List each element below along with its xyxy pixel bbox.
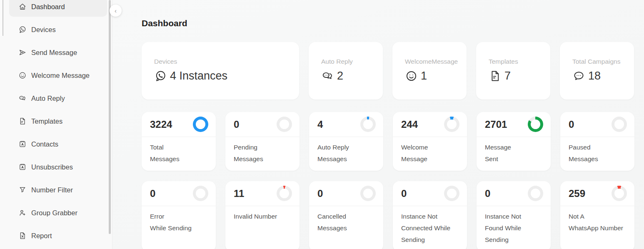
- stat-card-instance-not-connected-while-sending: 0Instance NotConnected WhileSending: [393, 181, 467, 249]
- whatsapp-icon: [154, 70, 167, 82]
- progress-ring: [528, 186, 543, 201]
- progress-ring: [612, 117, 627, 132]
- send-icon: [18, 48, 27, 57]
- stat-card-header: 244: [393, 112, 467, 137]
- sidebar-item-label: Unsubscribes: [31, 163, 73, 171]
- stat-card-label: PausedMessages: [560, 137, 634, 171]
- main-content: Dashboard Devices4 InstancesAuto Reply2W…: [112, 0, 644, 249]
- stat-card-total-messages: 3224TotalMessages: [142, 112, 216, 171]
- sidebar-item-templates[interactable]: Templates: [9, 111, 107, 131]
- stat-card-header: 0: [142, 181, 216, 206]
- summary-card-auto-reply: Auto Reply2: [309, 42, 383, 100]
- stat-card-value: 0: [401, 188, 407, 199]
- stat-card-label: Invalid Number: [225, 206, 300, 228]
- sidebar-item-number-filter[interactable]: Number Filter: [9, 180, 107, 200]
- summary-card-value: 1: [421, 70, 427, 82]
- summary-card-value: 7: [504, 70, 511, 82]
- stat-card-header: 2701: [477, 112, 551, 137]
- summary-card-value-row: 2: [321, 70, 373, 82]
- progress-ring: [277, 186, 292, 201]
- stat-card-label: MessageSent: [477, 137, 551, 171]
- sidebar-item-report[interactable]: Report: [9, 226, 107, 246]
- stat-card-value: 259: [569, 188, 585, 199]
- funnel-icon: [18, 186, 27, 194]
- sidebar-item-contacts[interactable]: Contacts: [9, 134, 107, 154]
- stat-card-not-a-whatsapp-number: 259Not AWhatsApp Number: [560, 181, 634, 249]
- summary-card-value-row: 7: [489, 70, 540, 82]
- sidebar-item-send-message[interactable]: Send Message: [9, 42, 107, 62]
- summary-card-templates: Templates7: [476, 42, 550, 100]
- stat-card-label: Not AWhatsApp Number: [560, 206, 634, 240]
- contact-book-icon: [18, 140, 27, 148]
- sidebar-item-label: Devices: [31, 26, 56, 34]
- stat-card-label: TotalMessages: [142, 137, 216, 171]
- chevron-left-icon: ‹: [115, 7, 117, 14]
- sidebar-item-auto-reply[interactable]: Auto Reply: [9, 88, 107, 108]
- summary-card-value-row: 1: [405, 70, 457, 82]
- summary-card-value-row: 4 Instances: [154, 70, 289, 82]
- stat-card-value: 11: [234, 188, 244, 199]
- contact-book-icon: [18, 163, 27, 171]
- sidebar-collapse-button[interactable]: ‹: [110, 5, 122, 17]
- stat-card-header: 0: [560, 112, 634, 137]
- stat-card-message-sent: 2701MessageSent: [477, 112, 551, 171]
- progress-ring: [444, 117, 459, 132]
- window-edge: [0, 0, 3, 36]
- stat-card-value: 244: [401, 119, 418, 130]
- sidebar-item-welcome-message[interactable]: Welcome Message: [9, 65, 107, 85]
- summary-card-devices: Devices4 Instances: [142, 42, 299, 100]
- summary-card-label: WelcomeMessage: [405, 56, 457, 67]
- sidebar-item-group-grabber[interactable]: Group Grabber: [9, 203, 107, 223]
- stat-card-value: 0: [569, 119, 574, 130]
- stat-card-header: 0: [393, 181, 467, 206]
- progress-ring: [360, 186, 376, 201]
- sidebar-item-label: Group Grabber: [31, 209, 77, 217]
- smiley-icon: [18, 71, 27, 80]
- stat-card-invalid-number: 11Invalid Number: [225, 181, 300, 249]
- progress-ring: [193, 117, 208, 132]
- sidebar-item-devices[interactable]: Devices: [9, 20, 107, 40]
- stat-card-header: 11: [225, 181, 300, 206]
- sidebar-item-label: Welcome Message: [31, 72, 90, 80]
- document-icon: [489, 70, 502, 82]
- person-add-icon: [18, 209, 27, 217]
- stat-card-label: ErrorWhile Sending: [142, 206, 216, 240]
- progress-ring: [360, 117, 376, 132]
- summary-card-label: Total Campaigns: [572, 56, 624, 67]
- chat-bubbles-icon: [321, 70, 334, 82]
- stat-card-value: 0: [150, 188, 155, 199]
- chat-bubbles-icon: [18, 94, 27, 102]
- stat-card-value: 3224: [150, 119, 172, 130]
- summary-card-label: Templates: [489, 56, 540, 67]
- page-title: Dashboard: [142, 18, 644, 28]
- summary-card-value: 4 Instances: [170, 70, 227, 82]
- summary-card-value-row: 18: [572, 70, 624, 82]
- summary-card-label: Devices: [154, 56, 289, 67]
- stat-card-instance-not-found-while-sending: 0Instance NotFound WhileSending: [477, 181, 551, 249]
- smiley-icon: [405, 70, 418, 82]
- sidebar-scrollbar[interactable]: [109, 0, 111, 234]
- stat-card-auto-reply-messages: 4Auto ReplyMessages: [309, 112, 383, 171]
- stat-card-pending-messages: 0PendingMessages: [225, 112, 300, 171]
- document-icon: [18, 117, 27, 125]
- progress-ring: [193, 186, 208, 201]
- stat-card-header: 0: [477, 181, 551, 206]
- stat-card-label: Instance NotConnected WhileSending: [393, 206, 467, 249]
- stat-card-value: 0: [317, 188, 323, 199]
- stat-card-value: 0: [485, 188, 490, 199]
- sidebar-item-unsubscribes[interactable]: Unsubscribes: [9, 157, 107, 177]
- sidebar-item-dashboard[interactable]: Dashboard: [9, 0, 107, 17]
- stat-card-header: 4: [309, 112, 383, 137]
- stat-card-paused-messages: 0PausedMessages: [560, 112, 634, 171]
- summary-card-total-campaigns: Total Campaigns18: [560, 42, 634, 100]
- whatsapp-icon: [18, 25, 27, 34]
- stat-card-header: 0: [309, 181, 383, 206]
- progress-ring: [528, 117, 543, 132]
- sidebar: DashboardDevicesSend MessageWelcome Mess…: [0, 0, 112, 249]
- sidebar-item-label: Templates: [31, 117, 62, 125]
- speech-bubble-icon: [572, 70, 585, 82]
- summary-card-value: 2: [337, 70, 343, 82]
- report-file-icon: [18, 232, 27, 240]
- progress-ring: [277, 117, 292, 132]
- stat-card-cancelled-messages: 0CancelledMessages: [309, 181, 383, 249]
